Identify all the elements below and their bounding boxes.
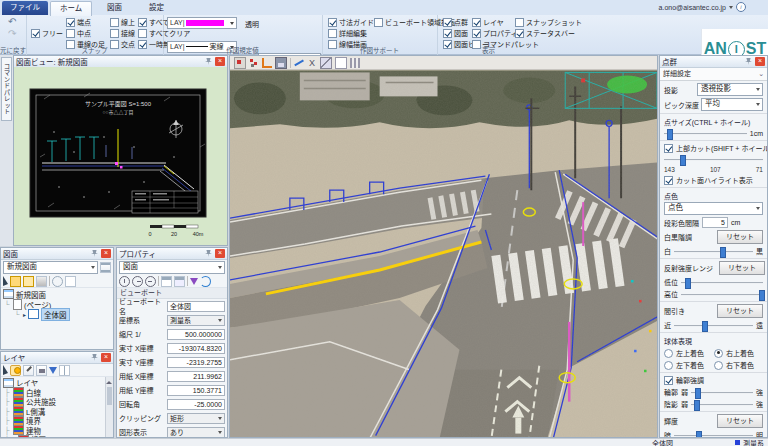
snap-free-checkbox[interactable]: フリー <box>31 28 63 38</box>
cut-highlight-checkbox[interactable]: カット面ハイライト表示 <box>664 175 763 185</box>
snap-midpoint-checkbox[interactable]: 中点 <box>66 28 91 38</box>
scrollbar-thumb[interactable] <box>107 387 112 405</box>
point-cluster-icon[interactable] <box>249 58 259 68</box>
menu-icon[interactable] <box>100 262 111 273</box>
rotation-field[interactable]: -25.0000 <box>167 399 225 410</box>
radio-icon[interactable] <box>664 349 673 358</box>
add-page-icon[interactable] <box>23 276 34 287</box>
select-cursor-icon[interactable] <box>3 276 8 286</box>
layer-root[interactable]: レイヤ <box>3 378 105 388</box>
dial-2-icon[interactable] <box>132 276 143 287</box>
info-icon[interactable]: i <box>736 2 746 12</box>
save-view-icon[interactable] <box>275 57 287 69</box>
intensity-high-slider[interactable] <box>681 290 763 299</box>
drawing-view-canvas[interactable]: サンプル平面図 S=1:500 ○○市△△丁目 <box>14 67 227 245</box>
dim-guide-checkbox[interactable]: 寸法ガイド <box>328 17 374 27</box>
thinning-slider[interactable] <box>674 321 753 330</box>
close-icon[interactable]: × <box>215 249 225 258</box>
undo-icon[interactable]: ↶ <box>8 17 16 27</box>
dial-3-icon[interactable] <box>145 276 156 287</box>
corner-line-icon[interactable] <box>262 58 272 68</box>
brightness-reset-button[interactable]: リセット <box>717 414 763 428</box>
table-add-icon[interactable] <box>174 276 185 287</box>
layer-item[interactable]: ├ 公共施設 <box>3 397 105 407</box>
layer-item[interactable]: ├ L側溝 <box>3 407 105 417</box>
close-icon[interactable]: × <box>101 249 111 258</box>
printer-icon[interactable] <box>36 365 47 376</box>
view-property-checkbox[interactable]: プロパティ <box>472 28 518 38</box>
dial-1-icon[interactable] <box>119 276 130 287</box>
detail-settings-header[interactable]: 詳細設定⌄ <box>660 68 767 81</box>
view-drawing-checkbox[interactable]: 図面 <box>443 28 468 38</box>
view-statusbar-checkbox[interactable]: ステータスバー <box>515 28 575 38</box>
filter-icon[interactable] <box>190 278 198 285</box>
sheet-icon[interactable] <box>335 57 347 69</box>
view-snapshot-checkbox[interactable]: スナップショット <box>515 17 582 27</box>
close-icon[interactable]: × <box>101 353 111 362</box>
table-icon[interactable] <box>161 276 172 287</box>
close-icon[interactable]: × <box>215 57 225 66</box>
view-layer-checkbox[interactable]: レイヤ <box>472 17 504 27</box>
top-cut-checkbox[interactable]: 上部カット(SHIFT + ホイール) <box>664 143 763 153</box>
command-palette-collapsed-tab[interactable]: コマンドパレット <box>1 57 12 121</box>
radio-icon[interactable] <box>714 349 723 358</box>
real-x-field[interactable]: -193074.8320 <box>167 343 225 354</box>
intensity-low-slider[interactable] <box>681 278 763 287</box>
brightness-slider[interactable] <box>674 431 753 439</box>
delete-icon[interactable] <box>36 276 47 287</box>
contour-slider[interactable] <box>691 388 753 397</box>
radio-icon[interactable] <box>664 361 673 370</box>
snap-endpoint-checkbox[interactable]: 端点 <box>66 17 91 27</box>
mask-icon[interactable] <box>320 57 332 69</box>
redo-icon[interactable]: ↷ <box>8 29 16 39</box>
tab-home[interactable]: ホーム <box>50 1 92 16</box>
point-size-slider[interactable] <box>664 129 747 138</box>
band-interval-input[interactable]: 5 <box>702 217 728 228</box>
clipping-select[interactable]: 矩形 <box>167 413 225 424</box>
add-drawing-icon[interactable] <box>10 276 21 287</box>
page-icon[interactable] <box>65 276 76 287</box>
top-cut-slider[interactable] <box>664 155 763 164</box>
projection-dropdown[interactable]: 透視投影 <box>697 83 763 96</box>
pin-icon[interactable] <box>205 58 212 65</box>
pin-icon[interactable] <box>91 354 98 361</box>
pin-icon[interactable] <box>91 250 98 257</box>
layer-settings-icon[interactable] <box>59 365 70 376</box>
pin-icon[interactable] <box>205 250 212 257</box>
intensity-reset-button[interactable]: リセット <box>719 261 765 275</box>
tree-item-root[interactable]: 新規図面 <box>3 289 111 299</box>
detail-edit-checkbox[interactable]: 詳細編集 <box>328 28 367 38</box>
drawing-select-dropdown[interactable]: 新規図面 <box>3 261 98 274</box>
snap-online-checkbox[interactable]: 線上 <box>110 17 135 27</box>
grayscale-reset-button[interactable]: リセット <box>717 230 763 244</box>
visibility-bulb-icon[interactable] <box>10 365 21 376</box>
delete-points-icon[interactable]: X <box>307 58 317 68</box>
real-y-field[interactable]: -2319.2755 <box>167 357 225 368</box>
sync-icon[interactable] <box>52 276 63 287</box>
scrollbar[interactable] <box>105 377 113 438</box>
tab-settings[interactable]: 設定 <box>140 1 173 15</box>
radio-icon[interactable] <box>714 361 723 370</box>
select-cursor-icon[interactable] <box>3 365 8 375</box>
coord-system-select[interactable]: 測量系 <box>167 315 225 326</box>
layer-item[interactable]: ├ 境界 <box>3 416 105 426</box>
tree-item-viewport[interactable]: └ ▸ 全体図 <box>3 309 111 319</box>
edit-pencil-icon[interactable] <box>23 365 34 376</box>
point-color-dropdown[interactable]: 点色 <box>664 202 763 215</box>
pick-depth-dropdown[interactable]: 平均 <box>701 98 763 111</box>
paper-y-field[interactable]: 150.3771 <box>167 385 225 396</box>
snap-tangent-checkbox[interactable]: 接線 <box>110 28 135 38</box>
columns-icon[interactable] <box>350 58 360 68</box>
edge-enhance-checkbox[interactable]: 輪郭強調 <box>664 375 763 385</box>
paper-x-field[interactable]: 211.9962 <box>167 371 225 382</box>
thinning-reset-button[interactable]: リセット <box>717 304 763 318</box>
layer-color-dropdown[interactable]: LAY| <box>167 17 237 29</box>
shape-display-select[interactable]: あり <box>167 427 225 438</box>
measure-line-icon[interactable] <box>294 58 304 68</box>
scale-field[interactable]: 500.000000 <box>167 329 225 340</box>
shadow-slider[interactable] <box>691 400 753 409</box>
pin-icon[interactable] <box>745 58 752 65</box>
close-icon[interactable]: × <box>755 57 765 66</box>
filter-icon[interactable] <box>49 367 57 374</box>
view-pointcloud-checkbox[interactable]: 点群 <box>443 17 468 27</box>
